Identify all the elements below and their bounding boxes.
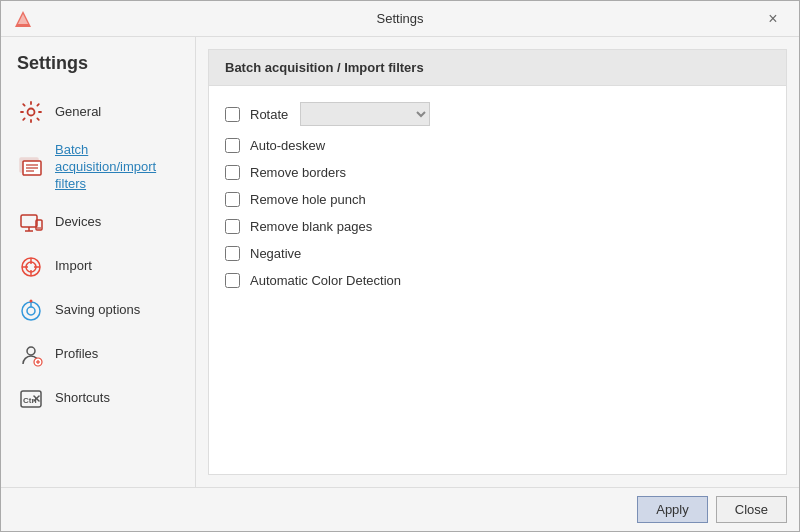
sidebar-item-batch-label: Batch acquisition/import filters: [55, 142, 187, 193]
app-icon: [13, 9, 33, 29]
sidebar: Settings General: [1, 37, 196, 487]
sidebar-title: Settings: [13, 53, 195, 74]
auto-deskew-checkbox[interactable]: [225, 138, 240, 153]
main-content: Settings General: [1, 37, 799, 487]
footer: Apply Close: [1, 487, 799, 531]
sidebar-item-devices[interactable]: Devices: [13, 201, 195, 245]
panel-body: Rotate 90° 180° 270° Auto-deskew: [209, 86, 786, 474]
remove-blank-pages-label[interactable]: Remove blank pages: [250, 219, 372, 234]
auto-color-label[interactable]: Automatic Color Detection: [250, 273, 401, 288]
window-title: Settings: [377, 11, 424, 26]
sidebar-item-shortcuts[interactable]: Ctrl Shortcuts: [13, 377, 195, 421]
sidebar-item-batch[interactable]: Batch acquisition/import filters: [13, 134, 195, 201]
remove-hole-punch-label[interactable]: Remove hole punch: [250, 192, 366, 207]
batch-icon: [17, 153, 45, 181]
sidebar-item-saving[interactable]: Saving options: [13, 289, 195, 333]
option-negative-row: Negative: [225, 246, 770, 261]
sidebar-item-import[interactable]: Import: [13, 245, 195, 289]
import-icon: [17, 253, 45, 281]
saving-icon: [17, 297, 45, 325]
negative-checkbox[interactable]: [225, 246, 240, 261]
svg-point-20: [27, 307, 35, 315]
sidebar-item-profiles[interactable]: Profiles: [13, 333, 195, 377]
rotate-dropdown[interactable]: 90° 180° 270°: [300, 102, 430, 126]
rotate-checkbox[interactable]: [225, 107, 240, 122]
remove-hole-punch-checkbox[interactable]: [225, 192, 240, 207]
title-bar: Settings ×: [1, 1, 799, 37]
option-rotate-row: Rotate 90° 180° 270°: [225, 102, 770, 126]
remove-borders-checkbox[interactable]: [225, 165, 240, 180]
sidebar-item-general[interactable]: General: [13, 90, 195, 134]
negative-label[interactable]: Negative: [250, 246, 301, 261]
sidebar-item-shortcuts-label: Shortcuts: [55, 390, 110, 407]
sidebar-item-saving-label: Saving options: [55, 302, 140, 319]
rotate-label[interactable]: Rotate: [250, 107, 288, 122]
sidebar-item-profiles-label: Profiles: [55, 346, 98, 363]
apply-button[interactable]: Apply: [637, 496, 708, 523]
auto-color-checkbox[interactable]: [225, 273, 240, 288]
svg-point-22: [30, 299, 33, 302]
option-auto-color-row: Automatic Color Detection: [225, 273, 770, 288]
gear-icon: [17, 98, 45, 126]
option-remove-borders-row: Remove borders: [225, 165, 770, 180]
panel-content: Batch acquisition / Import filters Rotat…: [208, 49, 787, 475]
sidebar-item-import-label: Import: [55, 258, 92, 275]
panel-header: Batch acquisition / Import filters: [209, 50, 786, 86]
option-remove-blank-pages-row: Remove blank pages: [225, 219, 770, 234]
svg-rect-8: [21, 215, 37, 227]
option-remove-hole-punch-row: Remove hole punch: [225, 192, 770, 207]
close-button[interactable]: ×: [759, 5, 787, 33]
close-dialog-button[interactable]: Close: [716, 496, 787, 523]
title-bar-left: [13, 9, 33, 29]
profiles-icon: [17, 341, 45, 369]
remove-borders-label[interactable]: Remove borders: [250, 165, 346, 180]
sidebar-item-general-label: General: [55, 104, 101, 121]
svg-point-23: [27, 347, 35, 355]
sidebar-item-devices-label: Devices: [55, 214, 101, 231]
main-panel: Batch acquisition / Import filters Rotat…: [196, 37, 799, 487]
remove-blank-pages-checkbox[interactable]: [225, 219, 240, 234]
settings-window: Settings × Settings General: [0, 0, 800, 532]
devices-icon: [17, 209, 45, 237]
auto-deskew-label[interactable]: Auto-deskew: [250, 138, 325, 153]
option-auto-deskew-row: Auto-deskew: [225, 138, 770, 153]
svg-point-2: [28, 109, 35, 116]
shortcuts-icon: Ctrl: [17, 385, 45, 413]
